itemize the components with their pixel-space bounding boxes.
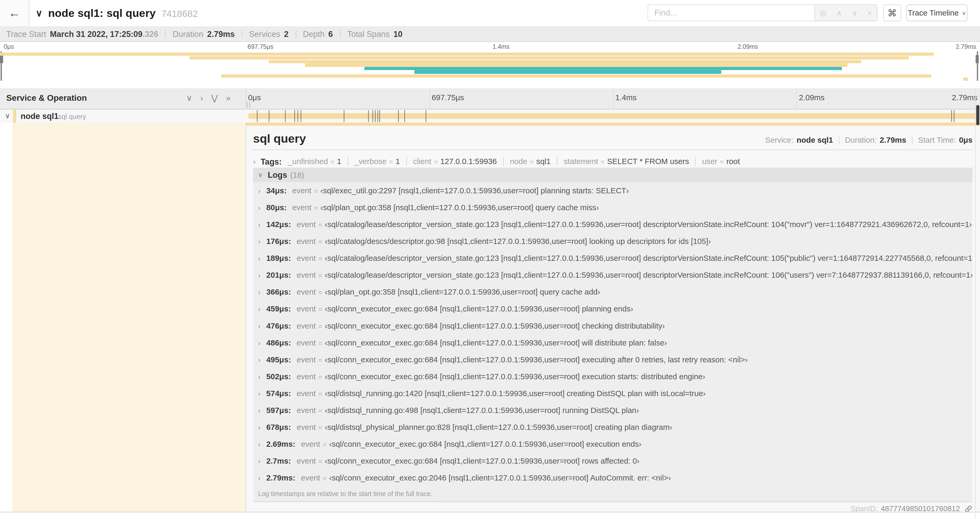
tag-key: user (702, 157, 718, 166)
log-marker-tick[interactable] (285, 110, 286, 122)
tag-value: 1 (396, 157, 400, 166)
log-field-key: event (297, 372, 316, 380)
log-marker-tick[interactable] (404, 110, 405, 122)
deep-link-icon[interactable] (964, 505, 973, 513)
log-marker-tick[interactable] (301, 110, 301, 122)
expand-all-icon[interactable]: » (226, 93, 231, 103)
scrollbar-thumb[interactable] (976, 105, 980, 125)
log-marker-tick[interactable] (377, 110, 378, 122)
log-field-key: event (301, 440, 320, 448)
log-entry-row[interactable]: ›34μs:event=‹sql/exec_util.go:2297 [nsql… (253, 182, 973, 199)
log-marker-tick[interactable] (294, 110, 294, 122)
span-row[interactable]: ∨ node sql1 sql query (0, 109, 980, 123)
log-marker-tick[interactable] (344, 110, 344, 122)
log-marker-tick[interactable] (398, 110, 399, 122)
next-match-icon[interactable]: ∨ (852, 9, 858, 16)
log-field-key: event (297, 406, 316, 415)
trace-info-value: 2 (284, 29, 288, 38)
equals-sign: = (318, 423, 322, 431)
logs-accordion-header[interactable]: ∨ Logs (18) (253, 168, 973, 182)
trace-collapse-chevron-icon[interactable]: ∨ (35, 7, 42, 19)
span-collapse-chevron-icon[interactable]: ∨ (5, 112, 10, 120)
log-marker-tick[interactable] (425, 110, 426, 122)
log-marker-tick[interactable] (298, 110, 298, 122)
keyboard-shortcuts-button[interactable]: ⌘ (883, 5, 901, 21)
log-field-key: event (297, 271, 316, 279)
log-field-key: event (297, 287, 316, 296)
log-entry-row[interactable]: ›142μs:event=‹sql/catalog/lease/descript… (253, 216, 973, 233)
log-entry-row[interactable]: ›678μs:event=‹sql/distsql_physical_plann… (253, 418, 973, 435)
minimap-left-scrubber[interactable] (0, 51, 2, 81)
log-entry-row[interactable]: ›495μs:event=‹sql/conn_executor_exec.go:… (253, 351, 973, 368)
log-entry-row[interactable]: ›574μs:event=‹sql/distsql_running.go:142… (253, 385, 973, 402)
log-entry-row[interactable]: ›2.79ms:event=‹sql/conn_executor_exec.go… (253, 469, 973, 486)
trace-info-item: Services2 (249, 29, 288, 38)
span-duration-bar[interactable] (248, 113, 978, 119)
collapse-all-icon[interactable]: ⋁ (211, 93, 218, 103)
equals-sign: = (314, 187, 318, 194)
log-marker-tick[interactable] (954, 110, 955, 122)
tag-key: _unfinished (288, 157, 328, 166)
log-entry-row[interactable]: ›2.7ms:event=‹sql/conn_executor_exec.go:… (253, 452, 973, 469)
minimap-right-scrubber[interactable] (977, 51, 978, 81)
chevron-down-icon: ∨ (258, 171, 262, 178)
log-entry-row[interactable]: ›476μs:event=‹sql/conn_executor_exec.go:… (253, 317, 973, 334)
equals-sign: = (318, 271, 322, 278)
log-entry-row[interactable]: ›2.69ms:event=‹sql/conn_executor_exec.go… (253, 435, 973, 452)
tags-accordion[interactable]: ›Tags:_unfinished=1_verbose=1client=127.… (253, 155, 973, 168)
collapse-one-icon[interactable]: ∨ (186, 93, 192, 103)
trace-id: 7418682 (161, 8, 198, 18)
divider (242, 30, 242, 38)
view-selector-button[interactable]: Trace Timeline ∨ (906, 5, 967, 21)
divider (557, 157, 557, 166)
log-field-value: ‹sql/conn_executor_exec.go:684 [nsql1,cl… (325, 321, 665, 330)
log-entry-row[interactable]: ›366μs:event=‹sql/plan_opt.go:358 [nsql1… (253, 284, 973, 300)
equals-sign: = (318, 339, 322, 346)
find-input[interactable] (648, 5, 814, 21)
log-entry-row[interactable]: ›502μs:event=‹sql/conn_executor_exec.go:… (253, 368, 973, 385)
span-detail-header: sql query Service:node sql1Duration:2.79… (253, 129, 973, 150)
log-timestamp: 201μs: (266, 271, 291, 279)
tag-key: client (413, 157, 431, 166)
minimap-span-bar (963, 77, 969, 81)
log-marker-tick[interactable] (368, 110, 369, 122)
span-summary: Service:node sql1Duration:2.79msStart Ti… (765, 136, 973, 145)
find-controls: ◎∧∨× (814, 5, 878, 21)
trace-info-value-suffix: .326 (143, 29, 158, 38)
trace-info-item: Duration2.79ms (173, 29, 234, 38)
tag-value: root (726, 157, 740, 166)
log-marker-tick[interactable] (379, 110, 380, 122)
timeline-minimap[interactable] (0, 51, 980, 82)
minimap-span-bar (364, 67, 842, 70)
log-entry-row[interactable]: ›597μs:event=‹sql/distsql_running.go:498… (253, 402, 973, 418)
log-timestamp: 2.69ms: (266, 440, 295, 448)
log-entry-row[interactable]: ›80μs:event=‹sql/plan_opt.go:358 [nsql1,… (253, 199, 973, 216)
log-marker-tick[interactable] (372, 110, 373, 122)
locate-match-icon[interactable]: ◎ (820, 9, 827, 16)
back-button[interactable]: ← (0, 0, 30, 26)
log-field-key: event (297, 389, 316, 398)
log-entry-row[interactable]: ›459μs:event=‹sql/conn_executor_exec.go:… (253, 300, 973, 317)
log-timestamp: 176μs: (266, 237, 291, 246)
log-field-key: event (293, 203, 312, 212)
log-timestamp: 495μs: (266, 355, 291, 364)
log-marker-tick[interactable] (269, 110, 269, 122)
tag-key: _verbose (354, 157, 387, 166)
log-marker-tick[interactable] (951, 110, 952, 122)
log-entry-row[interactable]: ›486μs:event=‹sql/conn_executor_exec.go:… (253, 334, 973, 351)
log-marker-tick[interactable] (257, 110, 258, 122)
log-entry-row[interactable]: ›176μs:event=‹sql/catalog/descs/descript… (253, 233, 973, 250)
equals-sign: = (330, 158, 334, 165)
detail-row-accent (245, 123, 980, 126)
expand-one-icon[interactable]: › (200, 93, 203, 103)
resizer-grip-icon[interactable] (247, 102, 250, 108)
log-entry-row[interactable]: ›189μs:event=‹sql/catalog/lease/descript… (253, 250, 973, 267)
log-entry-row[interactable]: ›201μs:event=‹sql/catalog/lease/descript… (253, 267, 973, 284)
prev-match-icon[interactable]: ∧ (837, 9, 842, 16)
trace-page: ← ∨ node sql1: sql query 7418682 ◎∧∨× ⌘ … (0, 0, 980, 519)
log-timestamp: 2.79ms: (266, 473, 295, 482)
clear-search-icon[interactable]: × (867, 9, 872, 16)
chevron-right-icon: › (258, 187, 266, 194)
log-marker-tick[interactable] (375, 110, 375, 122)
chevron-right-icon: › (258, 204, 266, 211)
